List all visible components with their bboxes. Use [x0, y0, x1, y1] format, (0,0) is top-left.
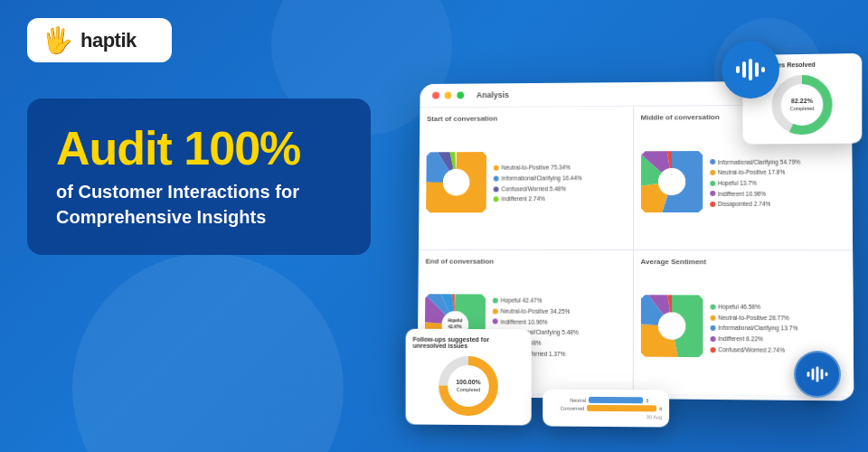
svg-rect-37: [816, 366, 819, 381]
svg-rect-2: [749, 59, 752, 80]
headline-box: Audit 100% of Customer Interactions for …: [27, 99, 371, 255]
issues-percent-label: 82.22% Completed: [790, 97, 815, 112]
dot-red: [432, 92, 439, 99]
followups-card-title: Follow-ups suggested for unresolved issu…: [413, 336, 524, 350]
logo-icon: 🖐️: [42, 25, 73, 55]
svg-point-15: [658, 168, 685, 195]
legend-start: Neutral-to-Positive 75.34% Informational…: [494, 163, 582, 205]
chart-start: Start of conversation: [419, 107, 633, 250]
svg-rect-0: [736, 66, 740, 73]
chart-start-content: Neutral-to-Positive 75.34% Informational…: [426, 126, 626, 242]
bar-row-concerned: Concerned 4: [550, 405, 662, 412]
floating-followups-card: Follow-ups suggested for unresolved issu…: [406, 329, 532, 426]
pie-average: [640, 295, 703, 361]
legend-average: Hopeful 46.58% Neutral-to-Positive 28.77…: [710, 302, 798, 356]
chart-end-title: End of conversation: [426, 257, 626, 265]
right-panel: Analysis Start of conversation: [362, 0, 868, 452]
svg-text:Hopeful: Hopeful: [448, 318, 462, 323]
svg-rect-3: [755, 62, 759, 77]
bar-chart-mini: Neutral 3 Concerned 4: [550, 397, 662, 412]
svg-rect-1: [742, 61, 746, 78]
svg-rect-4: [761, 67, 765, 72]
left-panel: 🖐️ haptik Audit 100% of Customer Interac…: [0, 0, 416, 452]
audio-icon-top[interactable]: [722, 41, 779, 99]
dashboard-title: Analysis: [476, 90, 509, 99]
headline-main: Audit 100%: [56, 124, 342, 174]
logo-area: 🖐️ haptik: [27, 18, 172, 62]
chart-average-title: Average Sentiment: [640, 258, 845, 267]
svg-point-30: [658, 313, 685, 340]
pie-middle: [641, 151, 703, 216]
audio-icon-bottom-right[interactable]: [794, 351, 841, 398]
svg-rect-39: [826, 372, 828, 376]
bar-concerned: [587, 405, 656, 412]
waveform-icon: [736, 57, 765, 82]
legend-middle: Informational/Clarifying 54.79% Neutral-…: [710, 156, 801, 210]
svg-rect-36: [812, 369, 815, 381]
headline-sub: of Customer Interactions for Comprehensi…: [56, 179, 342, 230]
dot-yellow: [445, 92, 452, 99]
svg-rect-38: [821, 369, 824, 379]
chart-start-title: Start of conversation: [427, 114, 626, 123]
dot-green: [457, 91, 464, 99]
bar-x-label: 30 Aug: [550, 414, 662, 420]
followups-donut: 100.00% Completed: [413, 354, 524, 419]
bar-row-neutral: Neutral 3: [550, 397, 662, 404]
floating-bar-card: Neutral 3 Concerned 4 30 Aug: [542, 390, 669, 428]
pie-start: [426, 152, 486, 216]
svg-rect-35: [807, 372, 810, 377]
waveform-icon-br: [807, 365, 828, 383]
followups-percent-label: 100.00% Completed: [456, 379, 480, 394]
brand-name: haptik: [80, 29, 137, 52]
bar-neutral: [589, 397, 643, 403]
